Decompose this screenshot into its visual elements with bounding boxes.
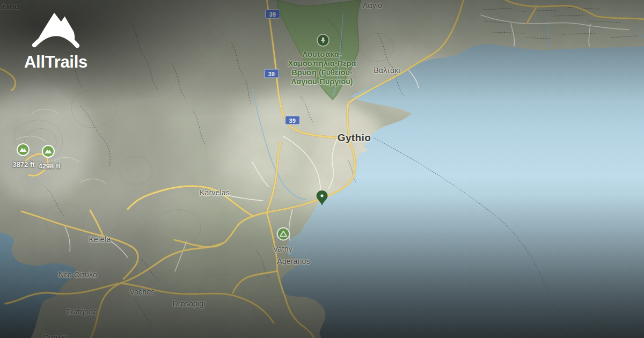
share-image: Gythio Karvelas Kelefa Vathy Ageranos Va… xyxy=(0,0,644,338)
protected-area-line: Λαγίου-Πυργίου) xyxy=(288,77,356,86)
town-label-ageranos: Ageranos xyxy=(277,257,310,266)
location-pin-icon xyxy=(316,190,328,208)
route-number: 39 xyxy=(269,11,276,17)
alltrails-wordmark: AllTrails xyxy=(15,53,97,72)
alltrails-logo: AllTrails xyxy=(15,4,97,72)
mountain-logo-icon xyxy=(29,4,83,49)
peak-elevation-label: 3872 ft xyxy=(12,160,34,168)
route-number: 39 xyxy=(268,70,275,77)
town-label-vachos: Vachos xyxy=(130,288,155,296)
town-label-omales: Ομαλές xyxy=(43,333,69,338)
protected-area-label: Λουτσάκα- Χάμοσπηλιά-Πέρα Βρύση (Γυθείου… xyxy=(288,50,356,86)
city-label-gythio: Gythio xyxy=(338,132,371,144)
town-label-karvelas: Karvelas xyxy=(200,188,230,197)
protected-area-line: Χάμοσπηλιά-Πέρα xyxy=(288,59,356,68)
peak-icon xyxy=(16,143,30,159)
town-label-valtaki: Βαλτάκι xyxy=(374,66,400,75)
peak-icon xyxy=(41,144,55,160)
town-label-vathy: Vathy xyxy=(273,245,292,253)
peak-elevation-label: 4298 ft xyxy=(38,162,60,170)
route-shield: 39 xyxy=(285,116,300,125)
town-label-sotiras: Σωτήρας xyxy=(67,307,97,316)
campground-icon xyxy=(276,227,291,244)
route-shield: 39 xyxy=(265,10,280,19)
protected-area-line: Λουτσάκα- xyxy=(288,50,356,59)
town-label-neo-oitylo: Νέο Οίτυλο xyxy=(58,270,97,279)
town-label-lagio: Λάγιο xyxy=(363,1,382,10)
town-label-kelefa: Kelefa xyxy=(89,235,111,244)
park-icon xyxy=(316,33,330,49)
route-number: 39 xyxy=(289,117,296,123)
protected-area-line: Βρύση (Γυθείου- xyxy=(288,68,356,77)
route-shield: 39 xyxy=(264,69,279,78)
town-label-drosopigi: Drosopigi xyxy=(173,299,206,308)
